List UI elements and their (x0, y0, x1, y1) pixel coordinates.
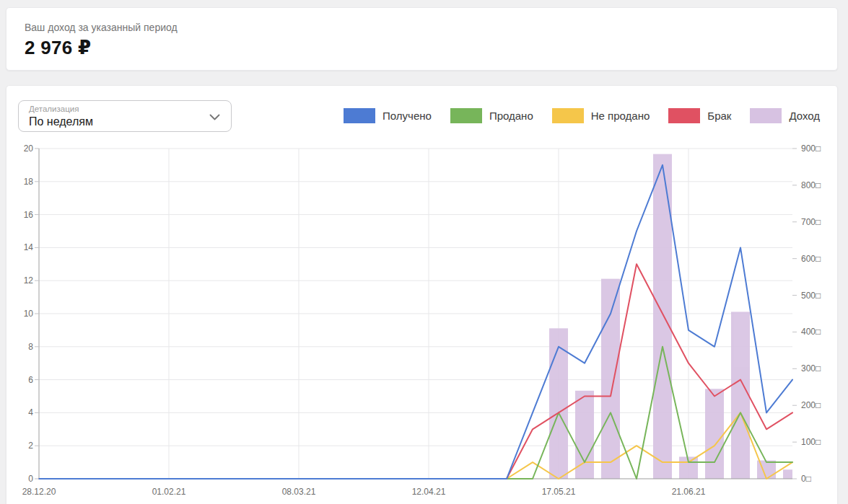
y-left-label: 6 (28, 375, 33, 385)
x-axis-label: 21.06.21 (672, 487, 706, 497)
income-summary-card: Ваш доход за указанный период 2 976 ₽ (6, 7, 838, 71)
legend-item-received[interactable]: Получено (344, 108, 432, 123)
detalization-select-value: По неделям (29, 115, 93, 128)
y-left-label: 8 (28, 342, 33, 352)
line-received (39, 165, 792, 479)
y-right-label: 700□ (801, 217, 821, 227)
x-axis-label: 17.05.21 (542, 487, 576, 497)
y-right-label: 0□ (801, 474, 811, 484)
y-right-label: 300□ (801, 363, 821, 373)
chart-canvas: 024681012141618200□100□200□300□400□500□6… (6, 141, 837, 504)
income-period-label: Ваш доход за указанный период (25, 22, 837, 33)
legend-label-sold: Продано (489, 110, 533, 122)
legend-item-defect[interactable]: Брак (668, 108, 731, 123)
chart-card: Детализация По неделям ПолученоПроданоНе… (6, 85, 838, 504)
income-bars (549, 154, 792, 479)
axis-labels: 024681012141618200□100□200□300□400□500□6… (22, 143, 821, 497)
y-left-label: 20 (24, 143, 34, 154)
y-right-label: 200□ (801, 400, 821, 410)
line-defect (39, 264, 792, 479)
chart-legend: ПолученоПроданоНе проданоБракДоход (344, 108, 820, 123)
income-total-value: 2 976 ₽ (25, 37, 837, 59)
y-right-label: 100□ (801, 437, 821, 447)
legend-swatch-sold (450, 108, 482, 123)
x-axis-label: 28.12.20 (22, 487, 56, 497)
y-right-label: 500□ (801, 291, 821, 301)
legend-item-sold[interactable]: Продано (450, 108, 533, 123)
y-right-label: 600□ (801, 254, 821, 264)
y-left-label: 14 (24, 242, 34, 252)
y-left-label: 2 (28, 441, 33, 451)
y-right-label: 400□ (801, 327, 821, 337)
y-left-label: 16 (24, 210, 34, 220)
legend-label-income: Доход (789, 110, 820, 122)
x-axis-label: 12.04.21 (412, 487, 446, 497)
gridlines (39, 149, 792, 479)
y-left-label: 10 (24, 309, 34, 319)
y-left-label: 18 (24, 177, 34, 187)
detalization-select-label: Детализация (29, 105, 79, 113)
y-left-label: 0 (28, 474, 33, 484)
legend-label-defect: Брак (707, 110, 731, 122)
income-chart[interactable]: 024681012141618200□100□200□300□400□500□6… (6, 141, 837, 504)
x-axis-label: 08.03.21 (282, 487, 316, 497)
chevron-down-icon (209, 114, 220, 120)
x-axis-label: 01.02.21 (152, 487, 186, 497)
y-right-label: 900□ (801, 143, 821, 154)
legend-swatch-unsold (552, 108, 584, 123)
legend-label-received: Получено (383, 110, 432, 122)
legend-item-income[interactable]: Доход (750, 108, 820, 123)
y-left-label: 12 (24, 275, 34, 286)
detalization-select[interactable]: Детализация По неделям (18, 100, 232, 132)
legend-swatch-received (344, 108, 375, 123)
y-right-label: 800□ (801, 180, 821, 190)
y-left-label: 4 (28, 407, 33, 417)
legend-item-unsold[interactable]: Не продано (552, 108, 650, 123)
legend-label-unsold: Не продано (591, 110, 650, 122)
legend-swatch-defect (668, 108, 700, 123)
legend-swatch-income (750, 108, 782, 123)
